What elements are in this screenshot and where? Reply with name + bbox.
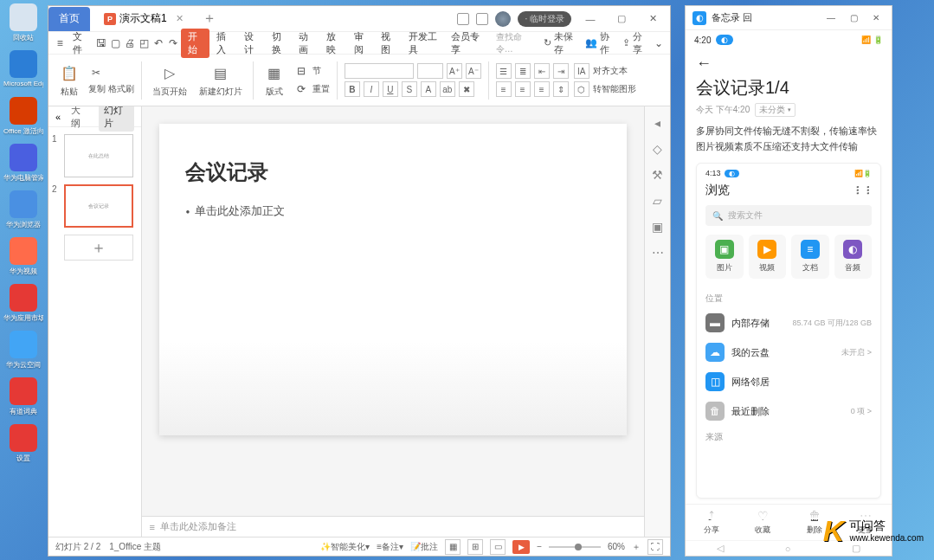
- slide-thumb-1[interactable]: 在此总结: [64, 134, 133, 177]
- toolbar-分享[interactable]: ⤴分享: [704, 509, 719, 536]
- layout-button[interactable]: ▦ 版式: [261, 63, 288, 98]
- login-status[interactable]: · 临时登录: [518, 11, 571, 27]
- desktop-icon-9[interactable]: 设置: [3, 424, 43, 466]
- file-menu[interactable]: 文件: [68, 30, 93, 56]
- align-center-icon[interactable]: ≡: [515, 81, 531, 97]
- tab-add[interactable]: ＋: [197, 10, 222, 28]
- desktop-icon-5[interactable]: 华为视频: [3, 237, 43, 279]
- fold-icon[interactable]: ⌄: [653, 35, 665, 51]
- menu-review[interactable]: 审阅: [349, 30, 375, 56]
- menu-insert[interactable]: 插入: [211, 30, 237, 56]
- search-input[interactable]: 🔍 搜索文件: [705, 205, 872, 226]
- slide-title[interactable]: 会议记录: [185, 158, 601, 186]
- outdent-icon[interactable]: ⇥: [553, 63, 569, 79]
- font-color-icon[interactable]: A: [421, 81, 436, 97]
- add-slide-button[interactable]: ＋: [64, 235, 133, 261]
- highlight-icon[interactable]: ab: [440, 81, 455, 97]
- nav-home-icon[interactable]: ○: [785, 544, 791, 554]
- strike-icon[interactable]: S: [402, 81, 417, 97]
- notes-bar[interactable]: ≡ 单击此处添加备注: [142, 516, 644, 537]
- menu-vip[interactable]: 会员专享: [446, 30, 486, 56]
- dec-font-icon[interactable]: A⁻: [466, 63, 481, 79]
- phone-minimize[interactable]: —: [822, 11, 840, 25]
- copy-format[interactable]: 复制 格式刷: [88, 83, 134, 95]
- phone-maximize[interactable]: ▢: [845, 11, 862, 25]
- comments-toggle[interactable]: 📝批注: [410, 541, 438, 553]
- view-normal-icon[interactable]: ▦: [445, 539, 461, 555]
- desktop-icon-0[interactable]: 回收站: [3, 3, 43, 45]
- align-left-icon[interactable]: ≡: [496, 81, 512, 97]
- paste-button[interactable]: 📋 粘贴: [55, 63, 83, 98]
- rail-more-icon[interactable]: ⋯: [650, 245, 666, 261]
- toolbar-删除[interactable]: 🗑删除: [807, 509, 822, 536]
- command-search[interactable]: 查找命令…: [489, 29, 538, 57]
- menu-transition[interactable]: 切换: [267, 30, 293, 56]
- desktop-icon-4[interactable]: 华为浏览器: [3, 190, 43, 232]
- font-select[interactable]: [345, 63, 414, 79]
- sidebar-collapse[interactable]: «: [55, 112, 61, 122]
- bold-icon[interactable]: B: [345, 81, 360, 97]
- desktop-icon-8[interactable]: 有道词典: [3, 377, 43, 419]
- line-space-icon[interactable]: ⇕: [553, 81, 569, 97]
- back-button[interactable]: ←: [696, 55, 881, 73]
- rail-style-icon[interactable]: ◇: [650, 141, 666, 157]
- desktop-icon-7[interactable]: 华为云空间: [3, 331, 43, 372]
- slide-thumb-2[interactable]: 会议记录: [64, 184, 133, 228]
- play-from-button[interactable]: ▷ 当页开始: [149, 63, 190, 98]
- category-图片[interactable]: ▣图片: [705, 235, 744, 279]
- collab-action[interactable]: 👥 协作: [581, 30, 616, 56]
- play-button[interactable]: ▶: [512, 540, 530, 554]
- grid2-icon[interactable]: [476, 13, 488, 25]
- beautify-button[interactable]: ✨智能美化▾: [320, 541, 370, 553]
- slide-bullet[interactable]: 单击此处添加正文: [185, 203, 601, 219]
- storage-row-2[interactable]: ◫网络邻居: [705, 367, 872, 396]
- menu-design[interactable]: 设计: [239, 30, 265, 56]
- menu-start[interactable]: 开始: [181, 29, 210, 58]
- fit-icon[interactable]: ⛶: [647, 539, 663, 555]
- save-icon[interactable]: 🖫: [95, 35, 107, 51]
- desktop-icon-6[interactable]: 华为应用市场: [3, 284, 43, 325]
- share-action[interactable]: ⇪ 分享: [618, 30, 650, 56]
- undo-icon[interactable]: ↶: [152, 35, 164, 51]
- category-视频[interactable]: ▶视频: [749, 235, 787, 279]
- italic-icon[interactable]: I: [364, 81, 379, 97]
- unsave-action[interactable]: ↻ 未保存: [539, 30, 579, 56]
- align-text-group[interactable]: IA对齐文本 ⬡转智能图形: [574, 63, 636, 97]
- category-文档[interactable]: ≡文档: [791, 235, 829, 279]
- tab-home[interactable]: 首页: [48, 7, 90, 31]
- print-icon[interactable]: 🖨: [124, 35, 136, 51]
- slide[interactable]: 会议记录 单击此处添加正文: [159, 124, 627, 435]
- font-size[interactable]: [417, 63, 443, 79]
- new-icon[interactable]: ▢: [110, 35, 122, 51]
- clear-icon[interactable]: ✖: [459, 81, 474, 97]
- toolbar-收藏[interactable]: ♡收藏: [755, 509, 770, 536]
- close-icon[interactable]: ✕: [176, 13, 184, 24]
- indent-icon[interactable]: ⇤: [534, 63, 550, 79]
- menu-anim[interactable]: 动画: [293, 30, 319, 56]
- tab-document[interactable]: P 演示文稿1 ✕: [93, 7, 194, 31]
- note-tag[interactable]: 未分类▾: [755, 103, 796, 117]
- rail-shape-icon[interactable]: ▱: [650, 193, 666, 209]
- cut-icon[interactable]: ✂: [88, 65, 104, 80]
- avatar[interactable]: [495, 11, 511, 27]
- menu-view[interactable]: 视图: [376, 30, 402, 56]
- menu-play[interactable]: 放映: [321, 30, 347, 56]
- reset-icon[interactable]: ⟳: [293, 81, 309, 97]
- view-sorter-icon[interactable]: ⊞: [467, 539, 483, 555]
- inc-font-icon[interactable]: A⁺: [447, 63, 462, 79]
- desktop-icon-1[interactable]: Microsoft Edge: [3, 50, 43, 92]
- storage-row-3[interactable]: 🗑最近删除0 项 >: [705, 396, 872, 426]
- category-音频[interactable]: ◐音频: [834, 235, 873, 279]
- close-button[interactable]: ✕: [641, 10, 665, 28]
- align-right-icon[interactable]: ≡: [534, 81, 550, 97]
- storage-row-1[interactable]: ☁我的云盘未开启 >: [705, 338, 872, 367]
- rail-collapse-icon[interactable]: ◂: [650, 115, 666, 131]
- redo-icon[interactable]: ↷: [166, 35, 178, 51]
- numbers-icon[interactable]: ≣: [515, 63, 531, 79]
- menu-dev[interactable]: 开发工具: [403, 30, 444, 56]
- underline-icon[interactable]: U: [383, 81, 398, 97]
- zoom-in[interactable]: ＋: [632, 541, 641, 553]
- view-reading-icon[interactable]: ▭: [490, 539, 506, 555]
- bullets-icon[interactable]: ☰: [496, 63, 512, 79]
- notes-toggle[interactable]: ≡备注▾: [377, 541, 403, 553]
